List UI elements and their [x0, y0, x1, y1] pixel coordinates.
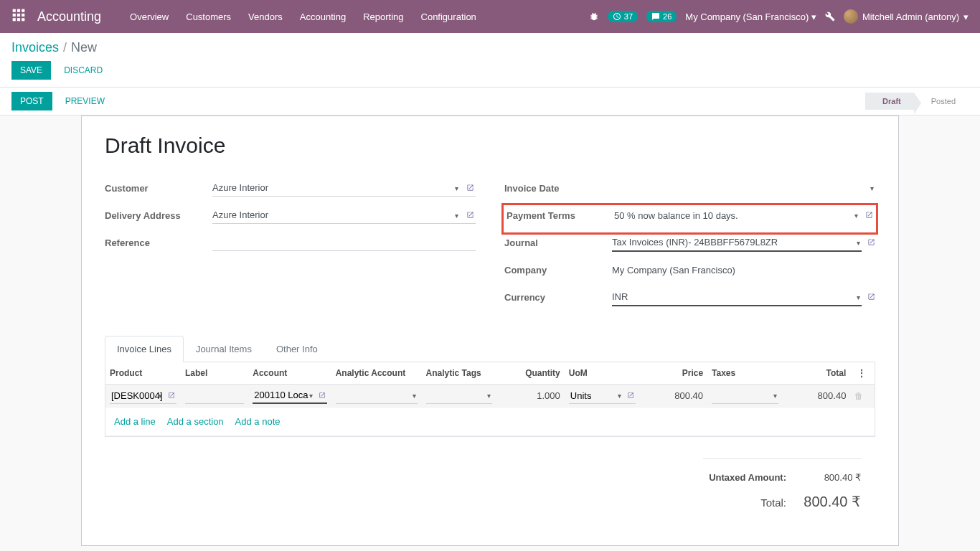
svg-rect-8: [22, 18, 24, 21]
cell-account[interactable]: [253, 387, 326, 404]
external-link-icon[interactable]: [319, 392, 326, 400]
label-delivery-address: Delivery Address: [105, 210, 212, 221]
breadcrumb-parent[interactable]: Invoices: [11, 40, 59, 55]
company-selector[interactable]: My Company (San Francisco) ▾: [685, 11, 816, 22]
chevron-down-icon[interactable]: ▾: [413, 392, 416, 400]
col-analytic-account: Analytic Account: [331, 362, 422, 385]
apps-icon[interactable]: [11, 8, 29, 25]
activities-count: 37: [624, 12, 633, 21]
form-sheet: Draft Invoice Customer ▾ Delivery Addres…: [81, 116, 899, 546]
cell-price[interactable]: 800.40: [674, 390, 703, 401]
breadcrumb-current: New: [71, 40, 97, 55]
chevron-down-icon[interactable]: ▾: [455, 184, 458, 192]
untaxed-value: 800.40 ₹: [804, 472, 861, 483]
status-posted: Posted: [914, 93, 969, 110]
tab-invoice-lines[interactable]: Invoice Lines: [105, 336, 184, 362]
status-draft[interactable]: Draft: [865, 93, 914, 110]
messages-indicator[interactable]: 26: [646, 11, 677, 22]
add-note-link[interactable]: Add a note: [235, 416, 281, 427]
cell-taxes[interactable]: [712, 388, 778, 404]
chevron-down-icon[interactable]: ▾: [309, 392, 313, 400]
svg-rect-7: [17, 18, 20, 21]
add-line-link[interactable]: Add a line: [114, 416, 156, 427]
external-link-icon[interactable]: [466, 183, 474, 194]
chevron-down-icon[interactable]: ▾: [857, 293, 860, 301]
discard-button[interactable]: Discard: [55, 61, 111, 80]
external-link-icon[interactable]: [867, 292, 875, 303]
add-section-link[interactable]: Add a section: [167, 416, 224, 427]
journal-input[interactable]: [612, 234, 862, 252]
delivery-address-input[interactable]: [212, 207, 476, 224]
svg-rect-2: [22, 9, 24, 12]
untaxed-label: Untaxed Amount:: [709, 472, 786, 483]
trash-icon[interactable]: 🗑: [854, 391, 863, 401]
reference-input[interactable]: [212, 234, 476, 251]
label-journal: Journal: [504, 237, 612, 248]
navbar: Accounting Overview Customers Vendors Ac…: [0, 0, 980, 33]
page-title: Draft Invoice: [105, 133, 875, 158]
activities-indicator[interactable]: 37: [608, 11, 638, 22]
label-invoice-date: Invoice Date: [504, 183, 612, 194]
external-link-icon[interactable]: [867, 237, 875, 248]
currency-input[interactable]: [612, 288, 862, 306]
nav-overview[interactable]: Overview: [123, 7, 176, 27]
svg-rect-6: [13, 18, 16, 21]
cell-uom[interactable]: [569, 388, 636, 404]
chevron-down-icon[interactable]: ▾: [618, 392, 621, 400]
cell-quantity[interactable]: 1.000: [537, 390, 560, 401]
label-reference: Reference: [105, 237, 212, 248]
external-link-icon[interactable]: [627, 392, 634, 400]
wrench-icon[interactable]: [825, 11, 835, 22]
chevron-down-icon[interactable]: ▾: [487, 392, 491, 400]
external-link-icon[interactable]: [466, 210, 474, 221]
chevron-down-icon[interactable]: ▾: [773, 392, 777, 400]
app-title[interactable]: Accounting: [37, 9, 101, 24]
col-uom: UoM: [565, 362, 640, 385]
bug-icon[interactable]: [589, 11, 599, 22]
action-buttons: Save Discard: [11, 61, 969, 87]
chevron-down-icon[interactable]: ▾: [854, 212, 858, 220]
col-taxes: Taxes: [707, 362, 783, 385]
totals: Untaxed Amount: 800.40 ₹ Total: 800.40 ₹: [105, 458, 875, 510]
cell-analytic-tags[interactable]: [426, 388, 493, 404]
nav-accounting[interactable]: Accounting: [293, 7, 353, 27]
nav-configuration[interactable]: Configuration: [414, 7, 484, 27]
user-menu[interactable]: Mitchell Admin (antony) ▾: [844, 9, 969, 24]
chevron-down-icon[interactable]: ▾: [159, 392, 162, 400]
total-value: 800.40 ₹: [804, 493, 861, 510]
kebab-icon[interactable]: ⋮: [854, 368, 869, 378]
svg-rect-4: [17, 14, 20, 17]
company-link[interactable]: My Company (San Francisco): [612, 262, 875, 278]
save-button[interactable]: Save: [11, 61, 51, 80]
chevron-down-icon[interactable]: ▾: [857, 239, 860, 247]
external-link-icon[interactable]: [168, 392, 175, 400]
invoice-date-input[interactable]: [612, 180, 875, 197]
avatar: [844, 9, 858, 24]
svg-rect-5: [22, 14, 24, 17]
chevron-down-icon[interactable]: ▾: [870, 184, 874, 192]
breadcrumb-separator: /: [63, 40, 67, 55]
customer-input[interactable]: [212, 179, 476, 197]
nav-customers[interactable]: Customers: [179, 7, 238, 27]
label-customer: Customer: [105, 183, 212, 194]
cell-product[interactable]: [110, 388, 176, 404]
nav-reporting[interactable]: Reporting: [356, 7, 410, 27]
payment-terms-value[interactable]: 50 % now balance in 10 days.: [614, 207, 859, 224]
cell-total: 800.40: [818, 390, 847, 401]
preview-button[interactable]: Preview: [57, 92, 113, 110]
tab-journal-items[interactable]: Journal Items: [184, 336, 264, 362]
col-quantity: Quantity: [496, 362, 564, 385]
breadcrumb-bar: Invoices / New Save Discard: [0, 33, 980, 87]
chevron-down-icon[interactable]: ▾: [455, 212, 458, 220]
breadcrumb: Invoices / New: [11, 40, 969, 55]
nav-right: 37 26 My Company (San Francisco) ▾ Mitch…: [589, 9, 969, 24]
col-product: Product: [105, 362, 181, 385]
cell-label[interactable]: [185, 388, 244, 404]
table-row: ▾ ▾ ▾ ▾ 1.000 ▾ 800.40 ▾ 800.40 🗑: [105, 385, 875, 408]
nav-vendors[interactable]: Vendors: [241, 7, 290, 27]
tab-other-info[interactable]: Other Info: [264, 336, 330, 362]
col-total: Total: [783, 362, 850, 385]
external-link-icon[interactable]: [865, 210, 873, 221]
cell-analytic-account[interactable]: [336, 388, 418, 404]
post-button[interactable]: Post: [11, 92, 52, 110]
